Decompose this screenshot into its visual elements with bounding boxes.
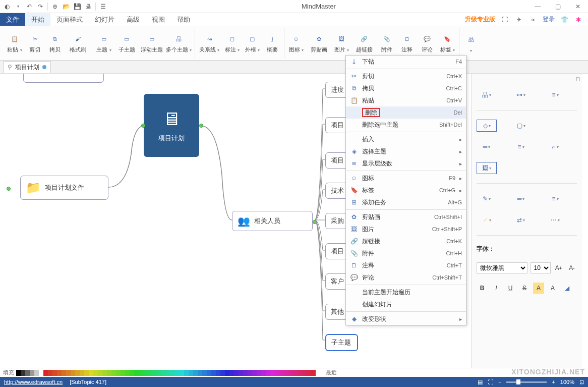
save-icon[interactable]: 💾 bbox=[72, 2, 82, 12]
swatch[interactable] bbox=[284, 370, 288, 376]
swatch[interactable] bbox=[288, 370, 293, 376]
upgrade-link[interactable]: 升级专业版 bbox=[465, 15, 495, 24]
ribbon-概要[interactable]: }概要 bbox=[264, 33, 281, 53]
swatch[interactable] bbox=[75, 370, 80, 376]
swatch[interactable] bbox=[157, 370, 161, 376]
swatch[interactable] bbox=[39, 370, 43, 376]
swatch[interactable] bbox=[180, 370, 184, 376]
swatch[interactable] bbox=[302, 370, 307, 376]
swatch[interactable] bbox=[225, 370, 229, 376]
corner-icon[interactable]: ⌐▾ bbox=[545, 141, 565, 153]
ctx-显示层级数[interactable]: ≋显示层级数▸ bbox=[346, 157, 466, 170]
swatch[interactable] bbox=[43, 370, 48, 376]
open-icon[interactable]: 📂 bbox=[61, 2, 71, 12]
swatch[interactable] bbox=[184, 370, 189, 376]
connector-dot[interactable] bbox=[7, 187, 11, 191]
ribbon-拷贝[interactable]: ⧉拷贝 bbox=[46, 33, 64, 53]
swatch[interactable] bbox=[248, 370, 252, 376]
ribbon-主题[interactable]: ▭主题 ▾ bbox=[95, 33, 112, 53]
doc-tab[interactable]: ⚲ 项目计划 bbox=[3, 61, 51, 73]
ctx-图标[interactable]: ☺图标F9▸ bbox=[346, 172, 466, 184]
swatch[interactable] bbox=[16, 370, 21, 376]
swatch[interactable] bbox=[21, 370, 25, 376]
ribbon-图片[interactable]: 🖼图片 ▾ bbox=[333, 33, 350, 53]
ctx-剪切[interactable]: ✂剪切Ctrl+X bbox=[346, 70, 466, 82]
ribbon-子主题[interactable]: ▭子主题 bbox=[115, 33, 138, 53]
ctx-下钻[interactable]: ⤓下钻F4 bbox=[346, 56, 466, 68]
ribbon-评论[interactable]: 💬评论 bbox=[419, 33, 436, 53]
ctx-粘贴[interactable]: 📋粘贴Ctrl+V bbox=[346, 94, 466, 106]
tab-start[interactable]: 开始 bbox=[25, 13, 50, 26]
undo-icon[interactable]: ↶ bbox=[24, 2, 34, 12]
swatch[interactable] bbox=[89, 370, 93, 376]
tab-page-style[interactable]: 页面样式 bbox=[50, 13, 89, 26]
ribbon-格式刷[interactable]: 🖌格式刷 bbox=[67, 33, 89, 53]
ctx-超链接[interactable]: 🔗超链接Ctrl+K bbox=[346, 235, 466, 247]
page-icon[interactable]: ▤ bbox=[478, 379, 483, 385]
swatch[interactable] bbox=[116, 370, 121, 376]
zoom-slider[interactable] bbox=[506, 381, 547, 383]
ribbon-剪切[interactable]: ✂剪切 bbox=[26, 33, 43, 53]
ctx-插入[interactable]: 插入▸ bbox=[346, 133, 466, 145]
swatch[interactable] bbox=[307, 370, 311, 376]
swatch[interactable] bbox=[170, 370, 175, 376]
swatch[interactable] bbox=[107, 370, 111, 376]
swatch[interactable] bbox=[293, 370, 298, 376]
node-root[interactable]: 📁 项目计划文件 bbox=[20, 176, 108, 200]
swatch[interactable] bbox=[257, 370, 261, 376]
zoom-out-button[interactable]: − bbox=[498, 379, 501, 385]
swatch[interactable] bbox=[93, 370, 98, 376]
swatch[interactable] bbox=[189, 370, 193, 376]
tab-view[interactable]: 视图 bbox=[146, 13, 171, 26]
ctx-删除[interactable]: 删除Del bbox=[346, 106, 466, 119]
maximize-button[interactable]: ▢ bbox=[548, 0, 568, 13]
tab-help[interactable]: 帮助 bbox=[171, 13, 196, 26]
swatch[interactable] bbox=[148, 370, 152, 376]
italic-button[interactable]: I bbox=[491, 283, 502, 294]
swatch[interactable] bbox=[152, 370, 157, 376]
swatch[interactable] bbox=[121, 370, 125, 376]
ctx-选择主题[interactable]: ◈选择主题▸ bbox=[346, 145, 466, 157]
dash-icon[interactable]: ⋯▾ bbox=[545, 214, 565, 226]
ribbon-浮动主题[interactable]: ▭浮动主题 bbox=[141, 33, 163, 53]
font-color-button[interactable]: A bbox=[547, 283, 558, 294]
swatch[interactable] bbox=[279, 370, 284, 376]
swatch[interactable] bbox=[198, 370, 202, 376]
shape-icon[interactable]: ◇▾ bbox=[477, 120, 497, 132]
swatch[interactable] bbox=[311, 370, 316, 376]
tab-slides[interactable]: 幻灯片 bbox=[89, 13, 121, 26]
fit-icon[interactable]: ⊡ bbox=[579, 379, 584, 385]
ctx-注释[interactable]: 🗒注释Ctrl+T bbox=[346, 259, 466, 271]
ribbon-剪贴画[interactable]: ✿剪贴画 bbox=[308, 33, 330, 53]
line-weight-icon[interactable]: ≡▾ bbox=[545, 193, 565, 205]
border-line-icon[interactable]: ═▾ bbox=[477, 141, 497, 153]
ctx-剪贴画[interactable]: ✿剪贴画Ctrl+Shift+I bbox=[346, 211, 466, 223]
status-url[interactable]: http://www.edrawsoft.cn bbox=[4, 379, 63, 385]
swatch[interactable] bbox=[252, 370, 257, 376]
node-partial-top[interactable] bbox=[23, 74, 104, 83]
pen-icon[interactable]: ✎▾ bbox=[477, 193, 497, 205]
swatch[interactable] bbox=[261, 370, 266, 376]
close-button[interactable]: ✕ bbox=[568, 0, 588, 13]
ctx-改变形状[interactable]: ◆改变形状▸ bbox=[346, 313, 466, 325]
ribbon-标签[interactable]: 🔖标签 ▾ bbox=[439, 33, 456, 53]
layout-icon[interactable]: 品▾ bbox=[477, 89, 497, 101]
swatch[interactable] bbox=[34, 370, 39, 376]
connector-dot[interactable] bbox=[199, 124, 203, 128]
minimize-button[interactable]: — bbox=[527, 0, 548, 13]
options-icon[interactable]: ☰ bbox=[98, 2, 108, 12]
swatch[interactable] bbox=[57, 370, 62, 376]
highlight-button[interactable]: A bbox=[533, 283, 544, 294]
connector-icon[interactable]: ⊶▾ bbox=[511, 89, 531, 101]
fullscreen-icon[interactable]: ⛶ bbox=[488, 379, 493, 385]
zoom-in-button[interactable]: + bbox=[552, 379, 555, 385]
swatch[interactable] bbox=[175, 370, 180, 376]
ribbon-多个主题[interactable]: 品多个主题 ▾ bbox=[166, 33, 192, 53]
node-main[interactable]: 🖥 项目计划 bbox=[144, 94, 199, 157]
swatch[interactable] bbox=[80, 370, 84, 376]
send-icon[interactable]: ✈ bbox=[514, 15, 523, 24]
new-icon[interactable]: ⊕ bbox=[50, 2, 60, 12]
node-people[interactable]: 👥 相关人员 bbox=[232, 211, 313, 231]
swatch[interactable] bbox=[207, 370, 211, 376]
swatch[interactable] bbox=[193, 370, 198, 376]
